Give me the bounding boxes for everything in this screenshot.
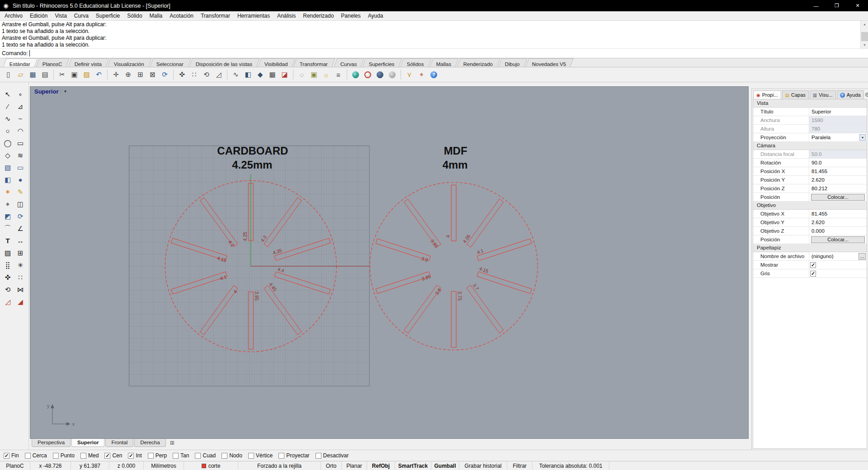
prop-value[interactable]: 90.0 [809, 159, 867, 167]
curve-interpolate-icon[interactable]: ~ [14, 113, 27, 124]
osnap-perp-checkbox[interactable] [148, 453, 154, 459]
solid-tools-icon[interactable]: ◆ [255, 69, 266, 80]
menu-superficie[interactable]: Superficie [92, 12, 123, 20]
display-rendered-icon[interactable] [350, 69, 361, 80]
prop-value[interactable]: 80.212 [809, 184, 867, 193]
light-icon[interactable]: ☼ [321, 69, 332, 80]
command-prompt[interactable]: Comando: [0, 49, 868, 58]
open-file-icon[interactable]: ▱ [15, 69, 26, 80]
surface-icon[interactable]: ▧ [2, 162, 14, 173]
viewport-title-dropdown-icon[interactable]: ▼ [61, 89, 67, 94]
explode-icon[interactable]: ✶ [2, 186, 14, 197]
osnap-desactivar-checkbox[interactable] [316, 453, 321, 459]
select-pointer-icon[interactable]: ↖ [2, 89, 14, 100]
toolbar-tab-seleccionar[interactable]: Seleccionar [150, 58, 191, 67]
status-planoc[interactable]: PlanoC [0, 461, 30, 470]
viewport-layout-icon[interactable]: ⊞ [167, 439, 178, 446]
delete-icon[interactable]: ◢ [14, 296, 27, 307]
osnap-cen-checkbox[interactable]: ✓ [104, 453, 110, 459]
paste-icon[interactable]: ▨ [81, 69, 92, 80]
pencil-edit-icon[interactable]: ✎ [14, 186, 27, 197]
toolbar-tab-dibujo[interactable]: Dibujo [499, 58, 528, 67]
rectangle-icon[interactable]: ▭ [14, 137, 27, 149]
toolbar-tab-mallas[interactable]: Mallas [429, 58, 458, 67]
move-icon[interactable]: ✜ [2, 272, 14, 283]
prop-value[interactable]: 81.455 [809, 210, 867, 218]
osnap-proyectar-checkbox[interactable] [278, 453, 284, 459]
toolbar-tab-planosc[interactable]: PlanosC [36, 58, 70, 67]
display-ghosted-icon[interactable] [362, 69, 373, 80]
zoom-extents-icon[interactable]: ⊠ [147, 69, 158, 80]
toolbar-tab-estandar[interactable]: Estándar [3, 58, 38, 67]
toolbar-tab-disposicion-de-las-vistas[interactable]: Disposición de las vistas [189, 58, 259, 67]
toolbar-tab-novedades-v5[interactable]: Novedades V5 [525, 58, 573, 67]
panel-gear-icon[interactable]: ⚙ [865, 91, 868, 99]
revolve-icon[interactable]: ⟳ [14, 211, 27, 222]
toolbar-tab-visibilidad[interactable]: Visibilidad [258, 58, 295, 67]
delete-icon[interactable]: ◪ [279, 69, 290, 80]
minimize-button[interactable]: — [806, 0, 826, 11]
osnap-punto-checkbox[interactable] [53, 453, 59, 459]
circle-icon[interactable]: ○ [2, 125, 14, 136]
extrude-icon[interactable]: ◩ [2, 211, 14, 222]
posicion-colocar-button[interactable]: Colocar... [811, 194, 865, 201]
scroll-thumb[interactable] [861, 32, 868, 41]
menu-curva[interactable]: Curva [71, 12, 92, 20]
prop-value[interactable]: 0.000 [809, 227, 867, 235]
gumball-tool-icon[interactable]: ⌖ [416, 69, 427, 80]
offset-icon[interactable]: ≋ [14, 150, 27, 161]
menu-ayuda[interactable]: Ayuda [364, 12, 387, 20]
pan-icon[interactable]: ✛ [110, 69, 122, 80]
status-planar[interactable]: Planar [342, 461, 367, 470]
panel-tab-ayuda[interactable]: ?Ayuda [837, 90, 864, 99]
hatch-icon[interactable]: ▨ [2, 247, 14, 258]
viewport-tab-derecha[interactable]: Derecha [134, 439, 165, 447]
panel-tab-visu[interactable]: ▥Visu... [810, 90, 836, 99]
close-button[interactable]: ✕ [847, 0, 868, 11]
toolbar-tab-definir-vista[interactable]: Definir vista [68, 58, 109, 67]
sphere-icon[interactable]: ● [14, 174, 27, 185]
polyline-icon[interactable]: ⊿ [14, 101, 27, 112]
rotate-view-icon[interactable]: ⟳ [159, 69, 170, 80]
undo-icon[interactable]: ↶ [93, 69, 104, 80]
layers-icon[interactable]: ≡ [333, 69, 344, 80]
viewport-tab-frontal[interactable]: Frontal [105, 439, 133, 447]
status-smarttrack[interactable]: SmartTrack [395, 461, 431, 470]
posicion-colocar-button[interactable]: Colocar... [811, 236, 865, 243]
disc-mdf[interactable]: 44.054.14.153.73.753.83.853.93.95MDF4mm [370, 145, 538, 350]
fillet-icon[interactable]: ⌒ [2, 223, 14, 234]
osnap-nodo-checkbox[interactable] [222, 453, 227, 459]
osnap-med-checkbox[interactable] [80, 453, 86, 459]
menu-edicion[interactable]: Edición [26, 12, 51, 20]
print-icon[interactable]: ▤ [39, 69, 51, 80]
selection-filter-icon[interactable]: ⋎ [404, 69, 415, 80]
chamfer-icon[interactable]: ∠ [14, 223, 27, 234]
polygon-icon[interactable]: ◇ [2, 150, 14, 161]
osnap-vertice-checkbox[interactable] [248, 453, 254, 459]
help-icon[interactable]: ? [428, 69, 439, 80]
status-milimetros[interactable]: Milímetros [144, 461, 184, 470]
display-shaded-icon[interactable] [374, 69, 386, 80]
array-polar-icon[interactable]: ✳ [14, 259, 27, 271]
osnap-int-checkbox[interactable]: ✓ [128, 453, 134, 459]
toolbar-tab-solidos[interactable]: Sólidos [401, 58, 432, 67]
browse-file-button[interactable]: ... [859, 253, 866, 260]
menu-renderizado[interactable]: Renderizado [299, 12, 337, 20]
text-icon[interactable]: T [2, 235, 14, 246]
surface-tools-icon[interactable]: ◧ [242, 69, 254, 80]
scale-icon[interactable]: ◿ [213, 69, 224, 80]
menu-archivo[interactable]: Archivo [1, 12, 26, 20]
osnap-tan-checkbox[interactable] [173, 453, 179, 459]
command-history-scrollbar[interactable]: ▲ ▼ [860, 21, 868, 48]
scroll-down-icon[interactable]: ▼ [861, 42, 868, 48]
toolbar-tab-curvas[interactable]: Curvas [334, 58, 364, 67]
prop-value[interactable]: 81.455 [809, 167, 867, 175]
panel-tab-capas[interactable]: ▤Capas [782, 90, 809, 99]
status-gumball[interactable]: Gumball [431, 461, 459, 470]
toolbar-tab-transformar[interactable]: Transformar [293, 58, 335, 67]
menu-acotacion[interactable]: Acotación [166, 12, 197, 20]
copy-icon[interactable]: ∷ [14, 272, 27, 283]
hide-object-icon[interactable]: ◌ [296, 69, 307, 80]
viewport-tab-perspectiva[interactable]: Perspectiva [32, 439, 71, 447]
cplane-icon[interactable]: ⌖ [2, 198, 14, 210]
